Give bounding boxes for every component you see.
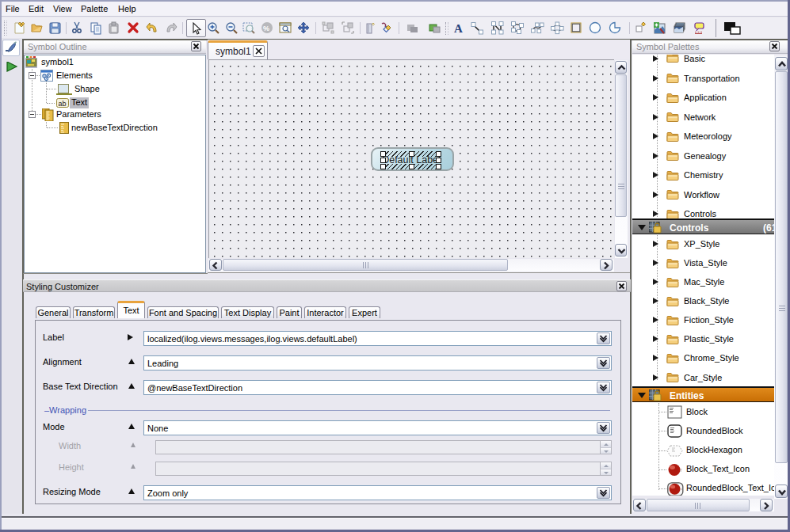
svg-text:%: %: [263, 25, 269, 32]
svg-text:A: A: [454, 22, 463, 35]
svg-text:ab: ab: [59, 100, 67, 108]
